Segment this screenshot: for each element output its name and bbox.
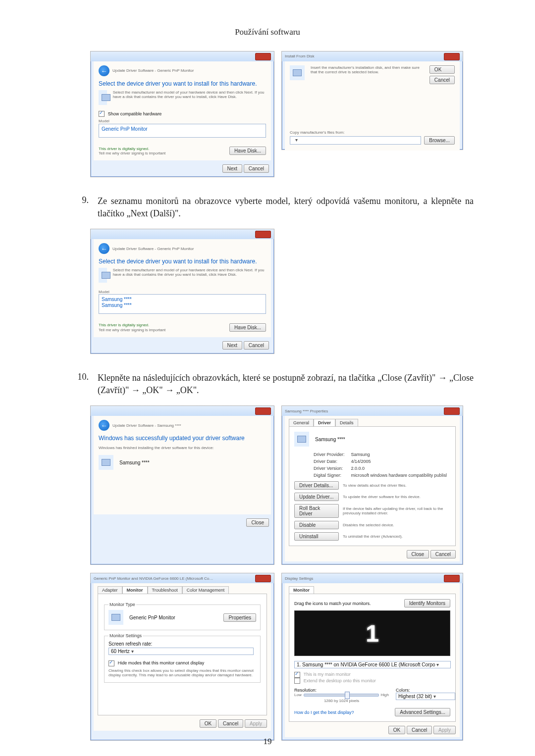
hide-modes-desc: Clearing this check box allows you to se… bbox=[108, 668, 256, 677]
next-button[interactable]: Next bbox=[222, 164, 243, 173]
signed-label: This driver is digitally signed. bbox=[99, 323, 165, 327]
tab-details[interactable]: Details bbox=[335, 419, 358, 426]
best-display-link[interactable]: How do I get the best display? bbox=[294, 710, 354, 715]
titlebar: Install From Disk bbox=[282, 51, 463, 61]
model-label: Model bbox=[99, 290, 266, 294]
signed-link[interactable]: Tell me why driver signing is important bbox=[99, 151, 165, 155]
tab-monitor[interactable]: Monitor bbox=[289, 586, 314, 594]
cancel-button[interactable]: Cancel bbox=[407, 726, 432, 734]
close-button[interactable]: Close bbox=[246, 518, 269, 527]
date-label: Driver Date: bbox=[313, 458, 350, 464]
driver-details-button[interactable]: Driver Details... bbox=[294, 481, 339, 490]
model-listbox[interactable]: Samsung **** Samsung **** bbox=[99, 294, 266, 314]
titlebar bbox=[91, 406, 274, 416]
slider-max-label: High bbox=[381, 693, 389, 697]
signer-label: Digital Signer: bbox=[313, 472, 350, 478]
tab-adapter[interactable]: Adapter bbox=[98, 586, 122, 594]
close-icon[interactable] bbox=[444, 575, 460, 582]
device-name: Samsung **** bbox=[119, 460, 150, 465]
colors-select[interactable]: Highest (32 bit) bbox=[396, 693, 455, 700]
resolution-value: 1280 by 1024 pixels bbox=[294, 699, 389, 703]
update-driver-desc: To update the driver software for this d… bbox=[343, 495, 450, 499]
dialog-heading: Windows has successfully updated your dr… bbox=[99, 435, 266, 442]
resolution-label: Resolution: bbox=[294, 688, 389, 693]
ok-button[interactable]: OK bbox=[429, 65, 455, 74]
advanced-settings-button[interactable]: Advanced Settings... bbox=[395, 708, 450, 716]
main-monitor-checkbox[interactable] bbox=[294, 672, 300, 678]
ok-button[interactable]: OK bbox=[388, 726, 405, 734]
identify-monitors-button[interactable]: Identify Monitors bbox=[404, 599, 450, 607]
signed-link[interactable]: Tell me why driver signing is important bbox=[99, 328, 165, 332]
cancel-button[interactable]: Cancel bbox=[218, 719, 243, 728]
have-disk-button[interactable]: Have Disk... bbox=[229, 323, 266, 332]
tab-general[interactable]: General bbox=[289, 419, 314, 426]
step-number: 10. bbox=[61, 372, 98, 397]
cancel-button[interactable]: Cancel bbox=[429, 76, 455, 84]
resolution-slider[interactable] bbox=[304, 694, 379, 697]
monitor-select[interactable]: 1. Samsung **** on NVIDIA GeForce 6600 L… bbox=[294, 661, 451, 668]
dialog-title: Generic PnP Monitor and NVIDIA GeForce 6… bbox=[94, 576, 213, 581]
cancel-button[interactable]: Cancel bbox=[244, 164, 269, 173]
rollback-driver-button[interactable]: Roll Back Driver bbox=[294, 504, 339, 518]
back-arrow-icon[interactable]: ← bbox=[99, 243, 109, 254]
model-item[interactable]: Samsung **** bbox=[102, 302, 263, 308]
copy-from-label: Copy manufacturer's files from: bbox=[290, 130, 455, 135]
main-monitor-label: This is my main monitor bbox=[304, 672, 351, 677]
dialog-heading: Select the device driver you want to ins… bbox=[99, 258, 266, 265]
ok-button[interactable]: OK bbox=[200, 719, 216, 728]
tab-monitor[interactable]: Monitor bbox=[122, 586, 148, 594]
monitor-preview[interactable]: 1 bbox=[294, 610, 450, 656]
titlebar bbox=[91, 229, 274, 239]
close-icon[interactable] bbox=[444, 53, 460, 60]
refresh-rate-select[interactable]: 60 Hertz bbox=[108, 648, 254, 655]
uninstall-desc: To uninstall the driver (Advanced). bbox=[343, 534, 450, 539]
have-disk-button[interactable]: Have Disk... bbox=[229, 147, 266, 155]
path-select[interactable] bbox=[290, 136, 421, 145]
disk-icon bbox=[290, 65, 305, 80]
close-icon[interactable] bbox=[255, 575, 271, 582]
close-icon[interactable] bbox=[255, 53, 271, 60]
close-icon[interactable] bbox=[444, 407, 460, 415]
back-arrow-icon[interactable]: ← bbox=[99, 65, 109, 76]
monitor-number: 1 bbox=[366, 620, 379, 647]
extend-desktop-checkbox[interactable] bbox=[294, 678, 300, 684]
titlebar: Samsung **** Properties bbox=[282, 406, 463, 416]
rollback-driver-desc: If the device fails after updating the d… bbox=[343, 506, 450, 515]
cancel-button[interactable]: Cancel bbox=[430, 550, 456, 558]
back-arrow-icon[interactable]: ← bbox=[99, 420, 109, 431]
apply-button[interactable]: Apply bbox=[433, 726, 456, 734]
dialog-title: Install From Disk bbox=[285, 54, 315, 58]
drag-label: Drag the icons to match your monitors. bbox=[294, 601, 404, 606]
properties-button[interactable]: Properties bbox=[223, 613, 256, 622]
step-number: 9. bbox=[61, 195, 98, 220]
model-item[interactable]: Samsung **** bbox=[102, 297, 263, 302]
model-item[interactable]: Generic PnP Monitor bbox=[102, 126, 263, 132]
disable-button[interactable]: Disable bbox=[294, 521, 339, 529]
provider-value: Samsung bbox=[351, 452, 448, 457]
hide-modes-checkbox[interactable] bbox=[108, 660, 114, 666]
tab-troubleshoot[interactable]: Troubleshoot bbox=[148, 586, 182, 594]
close-icon[interactable] bbox=[255, 231, 271, 238]
cancel-button[interactable]: Cancel bbox=[244, 341, 269, 350]
device-icon bbox=[294, 432, 309, 447]
browse-button[interactable]: Browse... bbox=[424, 136, 455, 145]
monitor-type-value: Generic PnP Monitor bbox=[129, 615, 175, 620]
tab-driver[interactable]: Driver bbox=[314, 419, 335, 426]
close-icon[interactable] bbox=[255, 407, 271, 415]
show-compatible-checkbox[interactable] bbox=[99, 111, 105, 117]
next-button[interactable]: Next bbox=[222, 341, 243, 350]
dialog-description: Windows has finished installing the driv… bbox=[99, 446, 266, 450]
uninstall-button[interactable]: Uninstall bbox=[294, 532, 339, 541]
model-listbox[interactable]: Generic PnP Monitor bbox=[99, 124, 266, 138]
hide-modes-label: Hide modes that this monitor cannot disp… bbox=[118, 660, 205, 665]
update-driver-button[interactable]: Update Driver... bbox=[294, 493, 339, 501]
titlebar: Display Settings bbox=[282, 573, 463, 583]
breadcrumb: Update Driver Software - Generic PnP Mon… bbox=[112, 247, 194, 251]
apply-button[interactable]: Apply bbox=[245, 719, 267, 728]
signed-label: This driver is digitally signed. bbox=[99, 147, 165, 151]
dialog-description: Insert the manufacturer's installation d… bbox=[311, 65, 427, 84]
tab-color-management[interactable]: Color Management bbox=[182, 586, 229, 594]
monitor-settings-legend: Monitor Settings bbox=[108, 633, 143, 638]
dialog-title: Display Settings bbox=[285, 576, 313, 581]
close-button[interactable]: Close bbox=[407, 550, 429, 558]
